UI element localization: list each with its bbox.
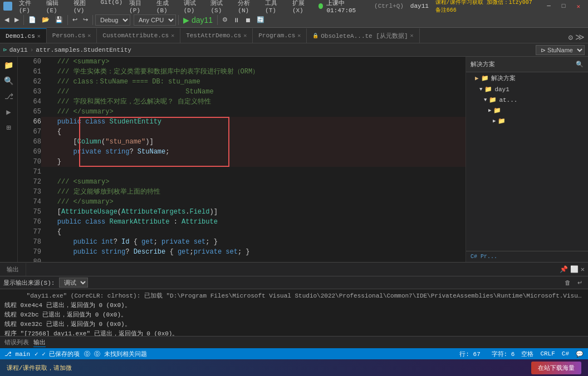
menu-project[interactable]: 项目(P) [126,0,153,15]
tab-customattribute-close[interactable]: ✕ [171,32,174,39]
line-content[interactable]: [AttributeUsage(AttributeTargets.Field)] [41,207,465,217]
line-content[interactable]: public class RemarkAttribute : Attribute [41,217,465,227]
line-content[interactable]: /// </summary> [41,107,465,117]
source-control-icon[interactable]: ⎇ [3,90,15,102]
line-content[interactable]: /// <summary> [41,57,465,67]
line-content[interactable]: private string? StuName; [41,147,465,157]
forward-button[interactable]: ▶ [12,15,21,24]
cpu-config-dropdown[interactable]: Any CPU [134,14,176,26]
tab-personcs-close[interactable]: ✕ [87,32,91,39]
tab-testattrdemo[interactable]: TestAttrDemo.cs ✕ [180,28,253,43]
line-content[interactable]: { [41,227,465,237]
float-icon[interactable]: ⬜ [570,265,579,274]
menu-analyze[interactable]: 分析(N) [234,0,262,15]
namespace-breadcrumb[interactable]: attr.samples.StudentEntity [36,47,131,53]
line-content[interactable] [41,167,465,177]
no-problems-status[interactable]: ⓪ ⓪ 未找到相关问题 [84,350,146,358]
lang-mode[interactable]: C# [562,350,569,357]
line-content[interactable]: public string? Describe { get;private se… [41,247,465,257]
pin-icon[interactable]: 📌 [560,265,568,274]
menu-view[interactable]: 视图(V) [70,0,97,15]
tree-subfolder1[interactable]: ▶ 📁 [466,105,588,116]
back-button[interactable]: ◀ [2,15,11,24]
close-panel-icon[interactable]: ✕ [581,265,585,274]
line-content[interactable]: /// StuName [41,87,465,97]
tab-error-list[interactable]: 错误列表 [4,338,29,347]
tab-customattribute[interactable]: CustomAttribute.cs ✕ [97,28,180,43]
close-button[interactable]: ✕ [572,3,585,10]
menu-extensions[interactable]: 扩展(X) [289,0,316,15]
tab-settings-icon[interactable]: ⚙ [569,33,573,42]
error-status[interactable]: ✓ ✓ 已保存的项 [35,350,80,358]
line-content[interactable]: } [41,157,465,167]
word-wrap-button[interactable]: ↵ [575,278,585,288]
line-content[interactable]: public class StudentEntity [41,117,465,127]
tab-demo1cs[interactable]: Demo1.cs ✕ [0,28,47,43]
tree-subfolder2[interactable]: ▶ 📁 [466,116,588,126]
new-file-button[interactable]: 📄 [26,15,38,24]
feedback-icon[interactable]: 💬 [576,350,584,358]
tab-output[interactable]: 输出 [0,263,26,276]
advert-button-text: 在站下载海量 [538,365,575,372]
spaces-status[interactable]: 空格 [521,350,533,358]
project-breadcrumb[interactable]: day11 [9,47,28,53]
member-dropdown[interactable]: ⊳ StuName [536,45,585,55]
tab-output-bottom[interactable]: 输出 [33,338,46,347]
save-button[interactable]: 💾 [53,15,65,24]
open-button[interactable]: 📂 [40,15,52,24]
tab-personcs[interactable]: Person.cs ✕ [47,28,97,43]
code-editor[interactable]: 60 /// <summary> 61 /// 学生实体类：定义类需要和数据库中… [18,57,465,262]
line-content[interactable]: /// 定义能够放到枚举上面的特性 [41,187,465,197]
menu-build[interactable]: 生成(B) [153,0,180,15]
advert-button[interactable]: 在站下载海量 [531,362,581,374]
line-content[interactable]: /// 字段和属性不对应，怎么解决呢？ 自定义特性 [41,97,465,107]
run-button[interactable]: ▶ day11 [181,14,215,26]
maximize-button[interactable]: □ [557,3,570,9]
source-dropdown[interactable]: 调试 [59,278,88,288]
line-content[interactable]: /// <summary> [41,177,465,187]
status-bar-right: 行: 67 字符: 6 空格 CRLF C# 💬 [459,350,584,358]
tree-solution[interactable]: ▶ 📁 解决方案 [466,72,588,84]
pause-button[interactable]: ⏸ [231,16,242,24]
line-content[interactable]: /// </summary> [41,197,465,207]
line-content[interactable]: public int? Id { get; private set; } [41,237,465,247]
undo-button[interactable]: ↩ [70,15,80,24]
menu-debug[interactable]: 调试(D) [180,0,208,15]
breadcrumb-item[interactable]: ⊳ [3,46,7,53]
tab-obsolete[interactable]: 🔒 ObsoleteA...te [从元数据] ✕ [307,28,419,43]
menu-git[interactable]: Git(G) [97,0,126,15]
attach-button[interactable]: ⚙ [220,15,230,24]
restart-button[interactable]: 🔄 [254,15,267,24]
explorer-icon[interactable]: 📁 [3,59,15,71]
debug-config-dropdown[interactable]: Debug [95,14,130,26]
git-branch-icon[interactable]: ⎇ main [4,350,30,358]
menu-test[interactable]: 测试(S) [207,0,234,15]
stop-button[interactable]: ⏹ [243,16,253,24]
tab-demo1cs-close[interactable]: ✕ [37,33,41,39]
tree-day1[interactable]: ▼ 📁 day1 [466,84,588,95]
menu-edit[interactable]: 编辑(E) [43,0,70,15]
encoding-status[interactable]: CRLF [540,350,555,357]
line-content[interactable] [41,257,465,262]
code-scroll[interactable]: 60 /// <summary> 61 /// 学生实体类：定义类需要和数据库中… [18,57,465,262]
tab-obsolete-close[interactable]: ✕ [410,32,413,39]
tab-testattrdemo-close[interactable]: ✕ [243,32,247,39]
line-content[interactable]: { [41,127,465,137]
line-number: 60 [18,57,41,67]
run-debug-icon[interactable]: ▶ [3,106,15,118]
tree-at[interactable]: ▼ 📁 at... [466,95,588,105]
menu-file[interactable]: 文件(F) [16,0,43,15]
tab-programcs[interactable]: Program.cs ✕ [253,28,307,43]
redo-button[interactable]: ↪ [81,15,90,24]
extensions-icon[interactable]: ⊞ [3,121,15,133]
tab-programcs-close[interactable]: ✕ [297,32,301,39]
menu-tools[interactable]: 工具(T) [262,0,289,15]
minimize-button[interactable]: ─ [542,3,555,9]
line-content[interactable]: /// class：StuName ==== DB: stu_name [41,77,465,87]
line-content[interactable]: /// 学生实体类：定义类需要和数据库中的表字段进行映射（ORM） [41,67,465,77]
line-content[interactable]: [Column("stu_name")] [41,137,465,147]
sidebar-search-icon[interactable]: 🔍 [576,61,584,68]
clear-output-button[interactable]: 🗑 [562,278,573,287]
tab-add-icon[interactable]: ≫ [575,32,585,43]
search-sidebar-icon[interactable]: 🔍 [3,75,15,87]
